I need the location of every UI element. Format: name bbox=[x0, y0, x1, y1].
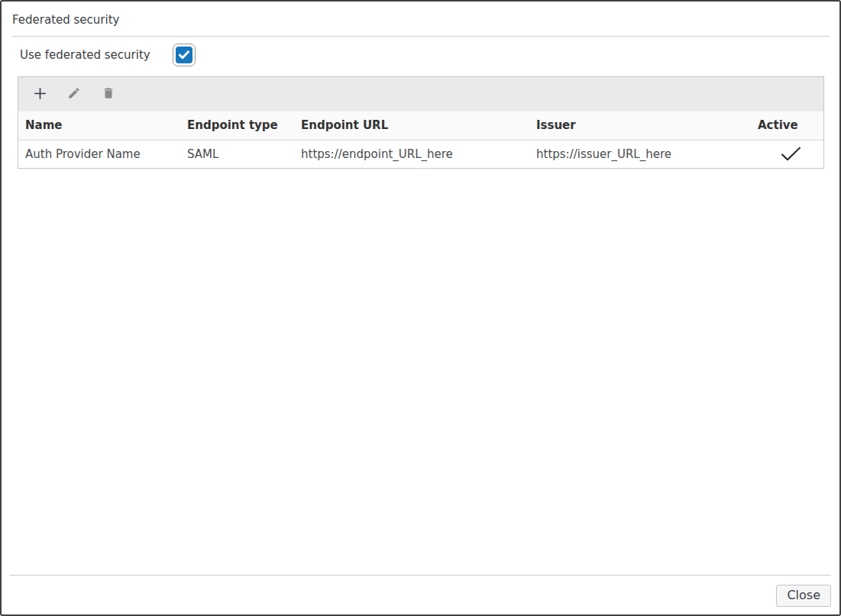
cell-endpoint-type: SAML bbox=[180, 140, 294, 168]
close-button[interactable]: Close bbox=[776, 585, 831, 607]
edit-provider-button[interactable] bbox=[67, 88, 81, 102]
plus-icon bbox=[34, 87, 47, 102]
cell-active bbox=[751, 140, 823, 168]
providers-grid: Name Endpoint type Endpoint URL Issuer A… bbox=[18, 76, 824, 169]
federated-security-panel: { "panel": { "title": "Federated securit… bbox=[0, 0, 841, 616]
providers-table-header-row: Name Endpoint type Endpoint URL Issuer A… bbox=[18, 111, 823, 140]
column-header-issuer[interactable]: Issuer bbox=[529, 111, 751, 140]
column-header-name[interactable]: Name bbox=[18, 111, 180, 140]
table-row[interactable]: Auth Provider Name SAML https://endpoint… bbox=[18, 140, 823, 168]
delete-provider-button[interactable] bbox=[102, 88, 115, 102]
use-federated-security-checkbox[interactable] bbox=[173, 44, 196, 66]
trash-icon bbox=[102, 86, 115, 102]
column-header-endpoint-url[interactable]: Endpoint URL bbox=[294, 111, 529, 140]
page-title: Federated security bbox=[12, 13, 829, 27]
providers-table: Name Endpoint type Endpoint URL Issuer A… bbox=[18, 111, 823, 168]
panel-footer: Close bbox=[10, 575, 831, 607]
cell-endpoint-url: https://endpoint_URL_here bbox=[294, 140, 529, 168]
column-header-endpoint-type[interactable]: Endpoint type bbox=[180, 111, 294, 140]
title-divider bbox=[11, 36, 830, 37]
add-provider-button[interactable] bbox=[33, 88, 47, 102]
cell-provider-name: Auth Provider Name bbox=[18, 140, 180, 168]
use-federated-security-label: Use federated security bbox=[20, 48, 173, 62]
checkbox-check-icon bbox=[176, 47, 192, 63]
cell-issuer: https://issuer_URL_here bbox=[529, 140, 751, 168]
pencil-icon bbox=[67, 86, 81, 102]
use-federated-security-row: Use federated security bbox=[20, 44, 839, 66]
active-check-icon bbox=[781, 147, 801, 160]
column-header-active[interactable]: Active bbox=[751, 111, 823, 140]
providers-toolbar bbox=[18, 77, 823, 111]
